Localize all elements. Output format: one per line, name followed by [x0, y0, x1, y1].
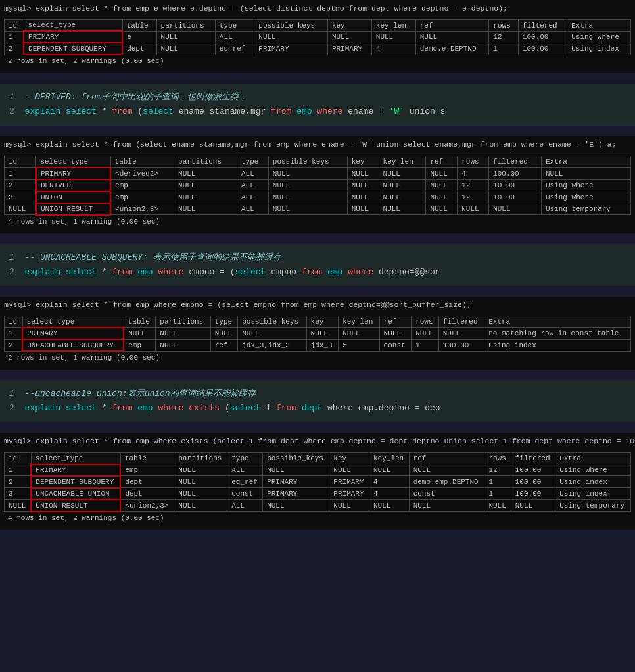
table-cell: dept — [120, 476, 174, 488]
result-table: idselect_typetablepartitionstypepossible… — [4, 19, 631, 55]
table-header-cell: key — [327, 20, 371, 32]
table-cell: Using index — [555, 476, 631, 488]
table-cell: NULL — [426, 191, 458, 203]
table-cell: NULL — [5, 500, 32, 512]
table-cell: NULL — [156, 43, 215, 55]
table-header-cell: type — [237, 156, 268, 168]
table-header-cell: key — [329, 452, 369, 464]
table-cell: emp — [120, 464, 174, 476]
table-cell: NULL — [426, 168, 458, 180]
table-cell: NULL — [379, 327, 412, 339]
spacer — [0, 286, 635, 297]
table-cell: NULL — [254, 31, 328, 43]
table-header-cell: id — [5, 156, 36, 168]
spacer — [0, 422, 635, 433]
table-cell: 12 — [484, 464, 511, 476]
table-cell: 100.00 — [518, 43, 567, 55]
table-header-cell: filtered — [489, 156, 542, 168]
table-header-cell: filtered — [438, 316, 484, 328]
table-cell: 12 — [489, 31, 519, 43]
code-token: from — [112, 267, 137, 277]
result-table: idselect_typetablepartitionstypepossible… — [4, 316, 631, 352]
table-cell: NULL — [484, 500, 511, 512]
table-cell: 1 — [5, 464, 32, 476]
table-cell: const — [227, 488, 263, 500]
table-cell: NULL — [412, 327, 439, 339]
comment-line: 1 -- UNCACHEABLE SUBQUERY: 表示使用子查询的结果不能被… — [9, 251, 626, 265]
row-info: 2 rows in set, 2 warnings (0.00 sec) — [4, 55, 631, 69]
comment-line: 1 --DERIVED: from子句中出现的子查询，也叫做派生类， — [9, 90, 626, 105]
table-cell: ALL — [237, 203, 268, 215]
comment-line: 1 --uncacheable union:表示union的查询结果不能被缓存 — [9, 387, 626, 401]
code-token: ename staname,mgr — [179, 107, 271, 116]
spacer — [0, 370, 635, 380]
table-header-cell: partitions — [174, 156, 237, 168]
table-cell: 1 — [484, 476, 511, 488]
table-cell: 4 — [369, 476, 410, 488]
table-cell: 4 — [369, 488, 410, 500]
table-header-cell: Extra — [555, 452, 631, 464]
table-cell: NULL — [210, 327, 238, 339]
table-header-cell: possible_keys — [254, 20, 328, 32]
table-cell: PRIMARY — [22, 327, 124, 339]
table-row: 2DERIVEDempNULLALLNULLNULLNULLNULL1210.0… — [5, 180, 631, 191]
table-cell: <union2,3> — [110, 203, 174, 215]
line-number: 2 — [9, 267, 20, 277]
line-number: 2 — [9, 107, 20, 116]
table-cell: PRIMARY — [31, 464, 120, 476]
table-cell: NULL — [174, 180, 237, 191]
table-cell: NULL — [263, 500, 329, 512]
table-cell: 100.00 — [511, 476, 555, 488]
table-cell: 100.00 — [511, 488, 555, 500]
table-cell: emp — [124, 339, 156, 351]
table-cell: PRIMARY — [36, 168, 110, 180]
table-cell: NULL — [5, 203, 36, 215]
table-cell: eq_ref — [215, 43, 254, 55]
table-cell: e — [122, 31, 156, 43]
code-token: explain — [25, 107, 66, 116]
code-token: explain — [25, 403, 66, 413]
table-row: NULLUNION RESULT<union2,3>NULLALLNULLNUL… — [5, 500, 631, 512]
table-cell: NULL — [156, 339, 210, 351]
table-cell: 3 — [5, 488, 32, 500]
table-cell: NULL — [379, 168, 426, 180]
row-info: 4 rows in set, 2 warnings (0.00 sec) — [4, 512, 631, 526]
table-cell: NULL — [409, 464, 484, 476]
table-cell: NULL — [415, 31, 489, 43]
table-cell: PRIMARY — [329, 476, 369, 488]
table-cell: Using where — [555, 464, 631, 476]
result-table: idselect_typetablepartitionstypepossible… — [4, 156, 631, 216]
result-table: idselect_typetablepartitionstypepossible… — [4, 452, 631, 512]
code-token: where — [158, 403, 189, 413]
table-cell: Using index — [484, 339, 631, 351]
code-token: dept — [302, 403, 327, 413]
table-cell: Using index — [567, 43, 631, 55]
result-table-wrap: idselect_typetablepartitionstypepossible… — [0, 313, 635, 370]
table-header-cell: Extra — [541, 156, 630, 168]
table-cell: NULL — [379, 180, 426, 191]
code-token: * — [102, 403, 112, 413]
code-token: select — [143, 107, 179, 116]
table-cell: 100.00 — [438, 339, 484, 351]
table-cell: NULL — [306, 327, 339, 339]
spacer — [0, 233, 635, 244]
table-header-cell: ref — [409, 452, 484, 464]
table-header-cell: key_len — [339, 316, 379, 328]
table-row: 3UNIONempNULLALLNULLNULLNULLNULL1210.00U… — [5, 191, 631, 203]
table-cell: Using index — [555, 488, 631, 500]
table-cell: ref — [210, 339, 238, 351]
table-header-cell: select_type — [24, 20, 122, 32]
table-header-cell: key_len — [379, 156, 426, 168]
table-cell: 2 — [5, 476, 32, 488]
table-row: 2DEPENDENT SUBQUERYdeptNULLeq_refPRIMARY… — [5, 476, 631, 488]
table-cell: 12 — [458, 180, 489, 191]
code-token: from — [112, 403, 137, 413]
table-cell: NULL — [371, 31, 415, 43]
table-cell: jdx_3 — [306, 339, 339, 351]
table-cell: 100.00 — [489, 168, 542, 180]
code-token: * — [102, 107, 112, 116]
code-token: 'W' — [389, 107, 404, 116]
table-cell: 2 — [5, 339, 23, 351]
table-cell: PRIMARY — [263, 476, 329, 488]
table-cell: UNION RESULT — [31, 500, 120, 512]
